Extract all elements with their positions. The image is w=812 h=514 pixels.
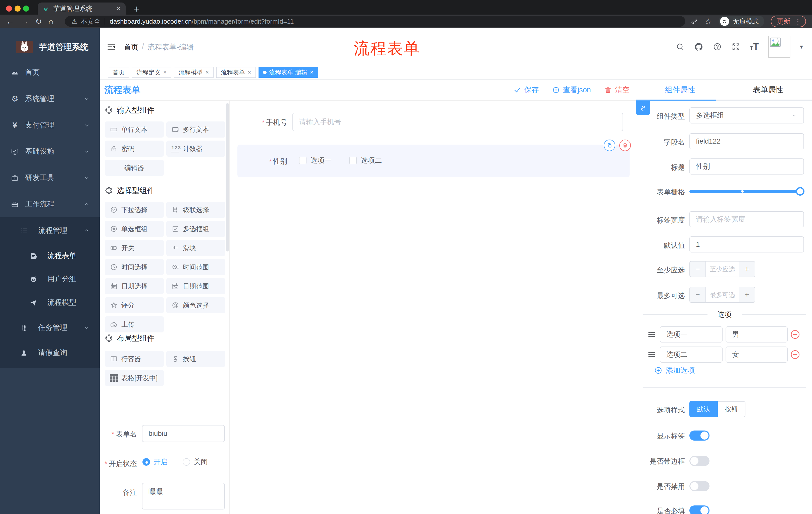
max-select-input[interactable] bbox=[706, 287, 738, 302]
form-grid-slider[interactable] bbox=[689, 187, 805, 196]
border-toggle[interactable] bbox=[689, 456, 709, 466]
stepper-minus-button[interactable]: − bbox=[690, 262, 706, 277]
tag-process-definition[interactable]: 流程定义 ✕ bbox=[132, 67, 171, 78]
browser-menu-icon[interactable]: ⋮ bbox=[794, 17, 802, 26]
component-rate[interactable]: 评分 bbox=[105, 297, 164, 313]
reload-icon[interactable]: ↻ bbox=[35, 17, 42, 25]
window-minimize-button[interactable] bbox=[14, 5, 21, 11]
component-row-container[interactable]: 行容器 bbox=[105, 351, 164, 367]
add-option-button[interactable]: 添加选项 bbox=[654, 366, 695, 375]
remove-option-icon[interactable] bbox=[790, 329, 801, 340]
phone-field-input[interactable] bbox=[292, 113, 623, 131]
tag-close-icon[interactable]: ✕ bbox=[163, 70, 167, 75]
browser-tab[interactable]: 芋道管理系统 ✕ bbox=[38, 2, 126, 15]
component-checkbox-group[interactable]: 多选框组 bbox=[166, 221, 225, 237]
form-remark-textarea[interactable]: 嘿嘿 bbox=[142, 483, 225, 510]
component-time-picker[interactable]: 时间选择 bbox=[105, 259, 164, 275]
slider-handle[interactable] bbox=[796, 187, 805, 196]
new-tab-button[interactable]: ＋ bbox=[132, 3, 141, 14]
tag-process-model[interactable]: 流程模型 ✕ bbox=[174, 67, 213, 78]
field-name-input[interactable] bbox=[689, 133, 804, 150]
tab-close-icon[interactable]: ✕ bbox=[116, 5, 121, 12]
sidebar-item-home[interactable]: 首页 bbox=[0, 60, 100, 84]
hamburger-collapse-icon[interactable] bbox=[106, 42, 116, 52]
status-radio-on[interactable]: 开启 bbox=[142, 457, 168, 467]
component-date-picker[interactable]: 日期选择 bbox=[105, 278, 164, 294]
password-key-icon[interactable] bbox=[690, 18, 698, 25]
tag-process-form-edit[interactable]: 流程表单-编辑 ✕ bbox=[259, 67, 318, 78]
component-counter[interactable]: 123计数器 bbox=[166, 141, 225, 157]
browser-update-button[interactable]: 更新 ⋮ bbox=[771, 16, 806, 27]
tag-home[interactable]: 首页 bbox=[108, 67, 129, 78]
duplicate-component-button[interactable] bbox=[604, 140, 615, 151]
forward-icon[interactable]: → bbox=[21, 17, 29, 25]
show-label-toggle[interactable] bbox=[689, 431, 709, 440]
tag-process-form[interactable]: 流程表单 ✕ bbox=[216, 67, 256, 78]
stepper-plus-button[interactable]: + bbox=[738, 262, 755, 277]
title-input[interactable] bbox=[689, 158, 804, 174]
sidebar-item-infra[interactable]: 基础设施 bbox=[0, 139, 100, 163]
window-maximize-button[interactable] bbox=[23, 5, 29, 11]
checkbox-icon[interactable] bbox=[349, 157, 357, 164]
tag-close-icon[interactable]: ✕ bbox=[310, 70, 314, 75]
remove-option-icon[interactable] bbox=[790, 349, 801, 360]
component-date-range[interactable]: 日期范围 bbox=[166, 278, 225, 294]
required-toggle[interactable] bbox=[689, 506, 709, 514]
gender-option-2[interactable]: 选项二 bbox=[349, 156, 382, 165]
back-icon[interactable]: ← bbox=[6, 17, 14, 25]
gender-option-1[interactable]: 选项一 bbox=[299, 156, 331, 165]
sidebar-item-process-model[interactable]: 流程模型 bbox=[0, 291, 100, 315]
breadcrumb-home[interactable]: 首页 bbox=[124, 42, 139, 52]
stepper-plus-button[interactable]: + bbox=[738, 287, 755, 302]
component-cascader[interactable]: 级联选择 bbox=[166, 202, 225, 218]
window-close-button[interactable] bbox=[6, 5, 12, 11]
selected-component-block[interactable]: *性别 选项一 选项二 bbox=[237, 144, 630, 177]
form-canvas[interactable]: *手机号 *性别 选项一 选项二 bbox=[230, 101, 636, 514]
tab-form-props[interactable]: 表单属性 bbox=[724, 80, 812, 100]
home-icon[interactable]: ⌂ bbox=[49, 17, 53, 25]
component-password[interactable]: 密码 bbox=[105, 141, 164, 157]
security-label[interactable]: 不安全 bbox=[81, 17, 100, 26]
avatar[interactable] bbox=[768, 36, 790, 58]
option-label-input[interactable] bbox=[660, 347, 723, 362]
component-dropdown[interactable]: 下拉选择 bbox=[105, 202, 164, 218]
component-radio-group[interactable]: 单选框组 bbox=[105, 221, 164, 237]
github-icon[interactable] bbox=[694, 42, 703, 51]
label-width-input[interactable] bbox=[689, 211, 804, 227]
tab-component-props[interactable]: 组件属性 bbox=[636, 80, 724, 100]
component-time-range[interactable]: 时间范围 bbox=[166, 259, 225, 275]
form-name-input[interactable] bbox=[142, 425, 225, 442]
font-size-icon[interactable]: TT bbox=[750, 42, 759, 52]
slider-track[interactable] bbox=[689, 190, 802, 193]
component-button[interactable]: 按钮 bbox=[166, 351, 225, 367]
save-button[interactable]: 保存 bbox=[513, 85, 539, 95]
sidebar-item-process-form[interactable]: 流程表单 bbox=[0, 244, 100, 268]
sidebar-item-devtools[interactable]: 研发工具 bbox=[0, 166, 100, 190]
drag-handle-icon[interactable] bbox=[647, 330, 656, 339]
style-default-button[interactable]: 默认 bbox=[689, 401, 718, 417]
drag-handle-icon[interactable] bbox=[647, 350, 656, 359]
component-upload[interactable]: 上传 bbox=[105, 316, 164, 332]
sidebar-item-process-mgmt[interactable]: 流程管理 bbox=[0, 218, 100, 243]
fullscreen-icon[interactable] bbox=[731, 42, 741, 51]
component-multi-text[interactable]: 多行文本 bbox=[166, 121, 225, 138]
option-value-input[interactable] bbox=[726, 326, 788, 343]
default-value-input[interactable] bbox=[689, 236, 804, 252]
status-radio-off[interactable]: 关闭 bbox=[183, 457, 208, 467]
option-value-input[interactable] bbox=[726, 347, 788, 362]
sidebar-item-task-mgmt[interactable]: 任务管理 bbox=[0, 316, 100, 340]
app-logo[interactable]: 芋道管理系统 bbox=[16, 41, 88, 53]
component-color-picker[interactable]: 颜色选择 bbox=[166, 297, 225, 313]
checkbox-icon[interactable] bbox=[299, 157, 307, 164]
sidebar-item-payment[interactable]: ¥ 支付管理 bbox=[0, 113, 100, 137]
palette-scrollbar[interactable] bbox=[226, 103, 229, 251]
component-type-select[interactable]: 多选框组 bbox=[689, 107, 804, 124]
component-switch[interactable]: 开关 bbox=[105, 240, 164, 256]
component-single-text[interactable]: 单行文本 bbox=[105, 121, 164, 138]
clear-button[interactable]: 清空 bbox=[604, 85, 630, 95]
style-button-button[interactable]: 按钮 bbox=[718, 401, 746, 417]
sidebar-item-system[interactable]: ⚙ 系统管理 bbox=[0, 87, 100, 111]
component-editor[interactable]: 编辑器 bbox=[105, 160, 164, 176]
min-select-input[interactable] bbox=[706, 262, 738, 277]
sidebar-item-workflow[interactable]: 工作流程 bbox=[0, 192, 100, 216]
